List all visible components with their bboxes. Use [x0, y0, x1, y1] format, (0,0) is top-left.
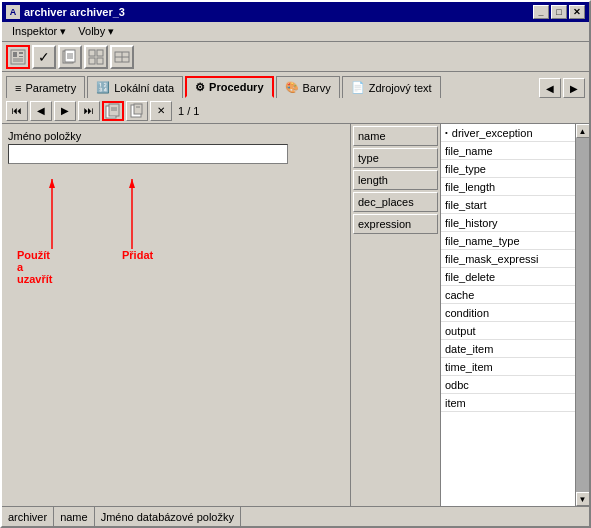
nav-prev[interactable]: ◀: [30, 101, 52, 121]
window-title: archiver archiver_3: [24, 6, 533, 18]
tab-zdrojovy-text-label: Zdrojový text: [369, 82, 432, 94]
scrollbar-vertical: ▲ ▼: [575, 124, 589, 506]
close-button[interactable]: ✕: [569, 5, 585, 19]
svg-rect-11: [89, 50, 95, 56]
tab-procedury[interactable]: ⚙ Procedury: [185, 76, 273, 98]
list-item-file-delete[interactable]: file_delete: [441, 268, 575, 286]
status-name: name: [54, 507, 95, 526]
list-item-file-start[interactable]: file_start: [441, 196, 575, 214]
menu-volby[interactable]: Volby ▾: [72, 23, 120, 40]
list-item-file-length[interactable]: file_length: [441, 178, 575, 196]
list-item-file-history[interactable]: file_history: [441, 214, 575, 232]
status-bar: archiver name Jméno databázové položky: [2, 506, 589, 526]
procedury-icon: ⚙: [195, 81, 205, 94]
grid1-icon: [88, 49, 104, 65]
field-jmeno-label: Jméno položky: [8, 130, 344, 142]
tool-grid2[interactable]: [110, 45, 134, 69]
prop-name[interactable]: name: [353, 126, 438, 146]
svg-rect-2: [19, 52, 23, 54]
lokalni-data-icon: 🔢: [96, 81, 110, 94]
prop-expression[interactable]: expression: [353, 214, 438, 234]
status-archiver: archiver: [2, 507, 54, 526]
tab-scroll-right[interactable]: ▶: [563, 78, 585, 98]
right-section: driver_exception file_name file_type fil…: [440, 124, 589, 506]
copy1-icon: [105, 103, 121, 119]
field-list-panel: driver_exception file_name file_type fil…: [440, 124, 575, 506]
nav-copy1[interactable]: [102, 101, 124, 121]
menu-inspektor[interactable]: Inspektor ▾: [6, 23, 72, 40]
parametry-icon: ≡: [15, 82, 21, 94]
list-item-file-type[interactable]: file_type: [441, 160, 575, 178]
tab-zdrojovy-text[interactable]: 📄 Zdrojový text: [342, 76, 441, 98]
list-item-output[interactable]: output: [441, 322, 575, 340]
status-description: Jméno databázové položky: [95, 507, 241, 526]
tabs-bar: ≡ Parametry 🔢 Lokální data ⚙ Procedury 🎨…: [2, 72, 589, 98]
tool-grid1[interactable]: [84, 45, 108, 69]
tab-scroll-left[interactable]: ◀: [539, 78, 561, 98]
tab-parametry-label: Parametry: [25, 82, 76, 94]
tool-nav[interactable]: [58, 45, 82, 69]
tab-parametry[interactable]: ≡ Parametry: [6, 76, 85, 98]
main-content: Jméno položky: [2, 124, 589, 506]
svg-rect-23: [134, 104, 142, 114]
window-icon: A: [6, 5, 20, 19]
list-item-odbc[interactable]: odbc: [441, 376, 575, 394]
prop-type[interactable]: type: [353, 148, 438, 168]
tab-barvy-label: Barvy: [303, 82, 331, 94]
tool-main-action[interactable]: [6, 45, 30, 69]
nav-first[interactable]: ⏮: [6, 101, 28, 121]
svg-rect-3: [19, 56, 23, 57]
minimize-button[interactable]: _: [533, 5, 549, 19]
props-panel: name type length dec_places expression: [350, 124, 440, 506]
toolbar: ✓: [2, 42, 589, 72]
title-bar: A archiver archiver_3 _ □ ✕: [2, 2, 589, 22]
scroll-track[interactable]: [576, 138, 590, 492]
scroll-down-button[interactable]: ▼: [576, 492, 590, 506]
grid2-icon: [114, 49, 130, 65]
window-controls: _ □ ✕: [533, 5, 585, 19]
list-item-date-item[interactable]: date_item: [441, 340, 575, 358]
list-item-cache[interactable]: cache: [441, 286, 575, 304]
nav-next[interactable]: ▶: [54, 101, 76, 121]
tab-barvy[interactable]: 🎨 Barvy: [276, 76, 340, 98]
nav-bar: ⏮ ◀ ▶ ⏭ ✕ 1 / 1: [2, 98, 589, 124]
tab-lokalni-data-label: Lokální data: [114, 82, 174, 94]
list-item-file-name[interactable]: file_name: [441, 142, 575, 160]
nav-count: 1 / 1: [174, 105, 203, 117]
svg-rect-12: [97, 50, 103, 56]
annotation-use-close: Použít a uzavřít: [17, 249, 52, 285]
prop-dec-places[interactable]: dec_places: [353, 192, 438, 212]
main-action-icon: [10, 49, 26, 65]
nav-last[interactable]: ⏭: [78, 101, 100, 121]
list-item-driver-exception[interactable]: driver_exception: [441, 124, 575, 142]
annotation-add: Přidat: [122, 249, 153, 261]
list-item-item[interactable]: item: [441, 394, 575, 412]
list-item-file-mask-expressi[interactable]: file_mask_expressi: [441, 250, 575, 268]
list-item-time-item[interactable]: time_item: [441, 358, 575, 376]
barvy-icon: 🎨: [285, 81, 299, 94]
scroll-up-button[interactable]: ▲: [576, 124, 590, 138]
maximize-button[interactable]: □: [551, 5, 567, 19]
check-icon: ✓: [38, 49, 50, 65]
nav-copy2[interactable]: [126, 101, 148, 121]
svg-rect-14: [97, 58, 103, 64]
nav-delete[interactable]: ✕: [150, 101, 172, 121]
list-item-file-name-type[interactable]: file_name_type: [441, 232, 575, 250]
nav-icon: [62, 49, 78, 65]
tab-lokalni-data[interactable]: 🔢 Lokální data: [87, 76, 183, 98]
main-window: A archiver archiver_3 _ □ ✕ Inspektor ▾ …: [0, 0, 591, 528]
copy2-icon: [129, 103, 145, 119]
prop-length[interactable]: length: [353, 170, 438, 190]
left-panel: Jméno položky: [2, 124, 350, 506]
menu-bar: Inspektor ▾ Volby ▾: [2, 22, 589, 42]
list-item-condition[interactable]: condition: [441, 304, 575, 322]
zdrojovy-text-icon: 📄: [351, 81, 365, 94]
svg-rect-13: [89, 58, 95, 64]
tab-procedury-label: Procedury: [209, 81, 263, 93]
svg-rect-1: [13, 52, 17, 57]
tool-check[interactable]: ✓: [32, 45, 56, 69]
